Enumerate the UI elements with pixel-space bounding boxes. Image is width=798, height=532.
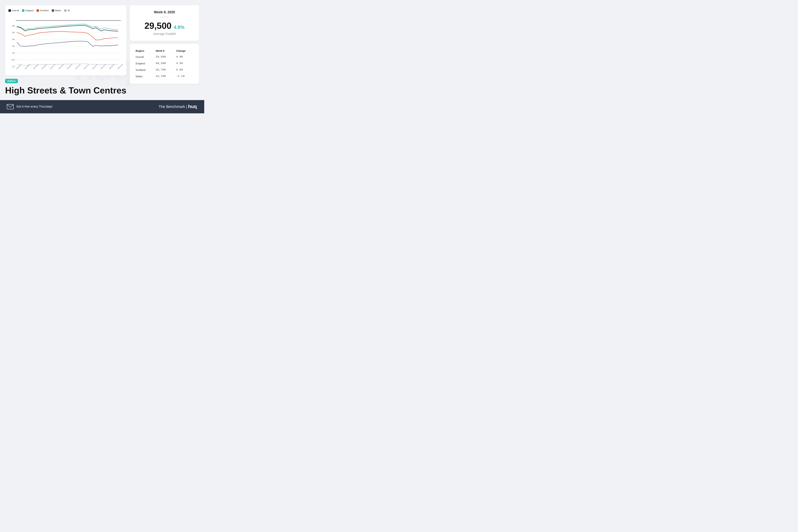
col-region: Region <box>135 48 155 54</box>
table-cell: 30,200 <box>155 60 175 67</box>
brand-separator: | <box>186 104 187 109</box>
legend-label-england: England <box>25 9 34 12</box>
legend-color-wales <box>52 10 54 12</box>
col-week8: Week 8 <box>155 48 175 54</box>
table-cell: England <box>135 60 155 67</box>
stats-card: Week 8, 2025 29,500 4.8% Average Footfal… <box>130 5 199 41</box>
left-panel: Overall England Scotland Wales NI <box>5 5 127 95</box>
legend-color-scotland <box>37 10 39 12</box>
legend-item-england: England <box>22 9 34 12</box>
table-cell: 4.9% <box>175 60 194 67</box>
legend-label-scotland: Scotland <box>40 9 49 12</box>
table-cell: Overall <box>135 54 155 60</box>
table-row: Wales15,700-1.1% <box>135 73 194 80</box>
footer-left: Get it free every Thursday! <box>7 104 53 109</box>
brand-huq: huq▪ <box>188 104 197 110</box>
col-change: Change <box>175 48 194 54</box>
svg-text:2024-08-25: 2024-08-25 <box>58 64 64 70</box>
legend-item-wales: Wales <box>52 9 61 12</box>
table-row: Scotland25,7005.8% <box>135 67 194 73</box>
legend-color-ni <box>64 10 66 12</box>
edition-section: Edition High Streets & Town Centres <box>5 79 127 95</box>
table-cell: 4.8% <box>175 54 194 60</box>
mail-icon <box>7 104 14 109</box>
svg-text:30k: 30k <box>12 25 15 27</box>
svg-text:10k: 10k <box>12 52 15 54</box>
svg-text:2025-03-09: 2025-03-09 <box>117 64 123 70</box>
chart-area: 0.0 5.0k 10k 15k 20k 25k 30k <box>8 14 123 72</box>
chart-legend: Overall England Scotland Wales NI <box>8 9 123 12</box>
footer-cta: Get it free every Thursday! <box>16 105 53 109</box>
table-header-row: Region Week 8 Change <box>135 48 194 54</box>
edition-badge: Edition <box>5 79 18 83</box>
table-cell: -1.1% <box>175 73 194 80</box>
footfall-pct: 4.8% <box>174 24 185 30</box>
legend-item-scotland: Scotland <box>37 9 49 12</box>
footfall-number: 29,500 <box>145 21 172 31</box>
table-cell: 5.8% <box>175 67 194 73</box>
page-title: High Streets & Town Centres <box>5 86 127 95</box>
table-cell: Scotland <box>135 67 155 73</box>
legend-label-wales: Wales <box>55 9 61 12</box>
svg-text:20k: 20k <box>12 38 15 40</box>
chart-svg: 0.0 5.0k 10k 15k 20k 25k 30k <box>8 14 123 72</box>
svg-text:5.0k: 5.0k <box>12 59 15 61</box>
divider <box>160 17 169 17</box>
legend-item-overall: Overall <box>8 9 19 12</box>
svg-text:25k: 25k <box>12 32 15 34</box>
svg-text:2024-06-02: 2024-06-02 <box>33 64 39 70</box>
legend-label-ni: NI <box>68 9 70 12</box>
legend-color-overall <box>8 10 11 12</box>
week-label: Week 8, 2025 <box>135 10 194 14</box>
legend-label-overall: Overall <box>12 9 19 12</box>
table-cell: Wales <box>135 73 155 80</box>
main-content: Overall England Scotland Wales NI <box>0 0 204 95</box>
table-cell: 29,500 <box>155 54 175 60</box>
svg-rect-28 <box>7 104 14 109</box>
table-cell: 15,700 <box>155 73 175 80</box>
table-row: Overall29,5004.8% <box>135 54 194 60</box>
legend-item-ni: NI <box>64 9 70 12</box>
svg-text:2024-09-22: 2024-09-22 <box>66 64 73 70</box>
svg-text:2024-05-05: 2024-05-05 <box>24 64 31 70</box>
footfall-row: 29,500 4.8% <box>135 21 194 31</box>
footer-brand: The Benchmark | huq▪ <box>158 104 197 110</box>
data-table: Region Week 8 Change Overall29,5004.8%En… <box>135 48 194 80</box>
table-card: Region Week 8 Change Overall29,5004.8%En… <box>130 44 199 84</box>
right-panel: Week 8, 2025 29,500 4.8% Average Footfal… <box>130 5 199 84</box>
table-cell: 25,700 <box>155 67 175 73</box>
chart-card: Overall England Scotland Wales NI <box>5 5 127 75</box>
table-row: England30,2004.9% <box>135 60 194 67</box>
svg-text:2024-10-20: 2024-10-20 <box>75 64 81 70</box>
svg-text:0.0: 0.0 <box>12 65 15 68</box>
footer: Get it free every Thursday! The Benchmar… <box>0 100 204 113</box>
legend-color-england <box>22 10 24 12</box>
svg-text:15k: 15k <box>12 45 15 47</box>
brand-benchmark: The Benchmark <box>158 104 185 109</box>
svg-text:2024-11-17: 2024-11-17 <box>83 64 90 70</box>
footfall-label: Average Footfall <box>135 32 194 36</box>
